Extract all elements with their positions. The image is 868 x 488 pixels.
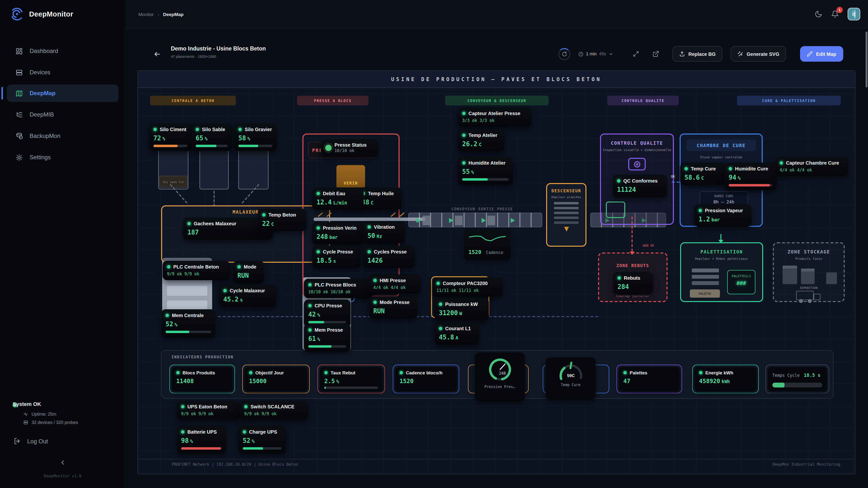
sensor-card-pression-vapeur[interactable]: Pression Vapeur 1.2bar (694, 205, 751, 227)
sensor-value: 26.2 (462, 140, 477, 148)
map-title: USINE DE PRODUCTION — PAVES ET BLOCS BET… (391, 76, 601, 82)
user-avatar[interactable]: it SECURE (847, 8, 860, 21)
breadcrumb-section[interactable]: Monitor (138, 11, 154, 17)
sensor-card-hmi-presse[interactable]: HMI Presse 4/4 ok 4/4 ok (369, 274, 421, 294)
sensor-card-capteur-atelier[interactable]: Capteur Atelier Presse 3/3 ok 3/3 ok (458, 107, 532, 127)
kpi-objectif-jour[interactable]: Objectif Jour 15000 (242, 365, 310, 393)
sensor-card-cycle-malaxeur[interactable]: Cycle Malaxeur 45.2s (219, 284, 276, 307)
sensor-value: 45.8 (439, 334, 454, 341)
back-button[interactable] (151, 48, 163, 60)
sensor-card-silo-sable[interactable]: Silo Sable 65% (191, 123, 232, 151)
kpi-palettes[interactable]: Palettes 47 (617, 365, 682, 393)
kpi-cadence[interactable]: Cadence blocs/h 1520 (393, 365, 459, 393)
belt-direction-icon (482, 218, 486, 223)
sensor-card-ups-eaton[interactable]: UPS Eaton Beton 9/9 ok 9/9 ok (177, 401, 240, 420)
map-title-bar: USINE DE PRODUCTION — PAVES ET BLOCS BET… (138, 71, 855, 88)
sensor-label: Mem Presse (315, 327, 343, 333)
replace-bg-button[interactable]: Replace BG (672, 46, 722, 62)
silo-shape (238, 149, 269, 189)
rebuts-caption: Comptage journalier (599, 294, 666, 298)
sensor-card-puissance[interactable]: Puissance kW 31200W (434, 298, 489, 321)
non-ok-connector (631, 217, 632, 251)
sensor-card-capteur-cure[interactable]: Capteur Chambre Cure 4/4 ok 4/4 ok (775, 157, 848, 176)
open-external-button[interactable] (652, 46, 659, 62)
sensor-card-mem-presse[interactable]: Mem Presse 61% (304, 324, 350, 352)
sidebar-item-settings[interactable]: Settings (7, 149, 119, 166)
sensor-label: Compteur PAC3200 (443, 281, 488, 286)
status-dot-icon (187, 222, 191, 225)
sensor-unit: C (271, 221, 274, 227)
refresh-button[interactable] (558, 48, 570, 60)
sensor-label: Debit Eau (323, 191, 345, 196)
sensor-status: 11/11 ok 11/11 ok (436, 288, 499, 293)
scrollbar-thumb[interactable] (866, 32, 868, 87)
uptime-text: Uptime: 25m (32, 412, 56, 417)
sidebar-item-deepmib[interactable]: DeepMIB (7, 106, 119, 123)
brand[interactable]: DeepMonitor (0, 0, 125, 28)
sensor-label: Charge UPS (249, 429, 277, 435)
sensor-card-plc-presse[interactable]: PLC Presse Blocs 10/10 ok 10/10 ok (304, 279, 373, 298)
kpi-taux-rebut[interactable]: Taux Rebut 2.5% (317, 365, 385, 393)
sensor-card-charge-ups[interactable]: Charge UPS 52% (238, 426, 286, 454)
sidebar-item-deepmap[interactable]: DeepMap (7, 85, 119, 102)
edit-map-button[interactable]: Edit Map (800, 46, 843, 62)
sensor-card-cpu-presse[interactable]: CPU Presse 42% (304, 300, 350, 327)
sensor-card-compteur[interactable]: Compteur PAC3200 11/11 ok 11/11 ok (432, 277, 503, 297)
cadence-sparkline-card[interactable]: 1520 Cadence (464, 229, 511, 260)
sensor-label: Switch SCALANCE (250, 404, 294, 409)
kpi-gauge-temp-cure[interactable]: 59C Temp Cure (546, 357, 596, 399)
kpi-temps-cycle[interactable]: Temps Cycle 18.5 s (766, 365, 829, 393)
sensor-card-temp-atelier[interactable]: Temp Atelier 26.2C (458, 129, 504, 152)
kpi-label: Taux Rebut (331, 370, 355, 375)
sensor-unit: % (162, 136, 165, 141)
sensor-card-mode[interactable]: Mode RUN (233, 261, 264, 283)
sidebar-collapse-button[interactable] (0, 459, 125, 466)
chevron-left-icon (59, 459, 66, 466)
sensor-card-humidite-atelier[interactable]: Humidite Atelier 55% (458, 157, 513, 185)
kpi-gauge-pression[interactable]: 248 Pression Pres… (475, 353, 525, 401)
kpi-blocs-produits[interactable]: Blocs Produits 11408 (169, 365, 235, 393)
deepmap-canvas[interactable]: USINE DE PRODUCTION — PAVES ET BLOCS BET… (137, 70, 856, 475)
sidebar-item-devices[interactable]: Devices (7, 64, 119, 81)
status-dot-icon (238, 265, 241, 269)
sensor-card-presse-status[interactable]: Presse Status 10/10 ok (321, 139, 378, 157)
pression-gauge: 248 (486, 356, 514, 384)
map-footer-divider (138, 459, 856, 459)
sensor-card-temp-huile[interactable]: Temp Huile 48C (357, 187, 402, 210)
sensor-card-pression-verin[interactable]: Pression Verin 248bar (312, 222, 364, 244)
sensor-card-cycle-presse[interactable]: Cycle Presse 18.5s (312, 246, 361, 268)
refresh-interval-select[interactable]: 1 min 49s (578, 46, 613, 62)
sensor-card-switch-scalance[interactable]: Switch SCALANCE 9/9 ok 9/9 ok (240, 401, 308, 420)
sensor-card-cycles-presse[interactable]: Cycles Presse 1426 (363, 246, 414, 268)
sensor-card-courant[interactable]: Courant L1 45.8A (434, 323, 479, 345)
sensor-card-mode-presse[interactable]: Mode Presse RUN (369, 296, 417, 318)
logout-button[interactable]: Log Out (13, 437, 48, 445)
sensor-card-humidite-cure[interactable]: Humidite Cure 94% (724, 163, 777, 190)
sensor-card-rebuts[interactable]: Rebuts 284 (613, 272, 653, 294)
sensor-card-temp-cure[interactable]: Temp Cure 58.6C (680, 163, 726, 185)
sensor-label: Mode (244, 264, 256, 270)
notifications-bell-icon[interactable]: 1 (831, 10, 839, 18)
sensor-card-mem-centrale[interactable]: Mem Centrale 52% (161, 309, 216, 337)
sensor-status: 3/3 ok 3/3 ok (462, 118, 527, 123)
sensor-card-qc-conformes[interactable]: QC Conformes 11124 (613, 175, 667, 197)
sensor-card-vibration[interactable]: Vibration 50Hz (363, 221, 405, 243)
fullscreen-button[interactable] (632, 46, 639, 62)
sensor-label: Silo Sable (202, 127, 225, 132)
generate-svg-button[interactable]: Generate SVG (731, 46, 786, 62)
sensor-card-plc-centrale[interactable]: PLC Centrale Beton 9/9 ok 9/9 ok (163, 261, 229, 280)
sidebar-item-backupmon[interactable]: BackupMon (7, 127, 119, 145)
status-dot-icon (223, 289, 227, 292)
sensor-card-temp-beton[interactable]: Temp Beton 22C (258, 209, 306, 231)
temps-cycle-slider[interactable] (772, 383, 823, 388)
app-version: DeepMonitor v1.0 (0, 474, 125, 478)
kpi-energie[interactable]: Energie kWh 458920kWh (692, 365, 759, 393)
dark-mode-toggle[interactable] (815, 10, 823, 18)
map-icon (16, 90, 23, 97)
sensor-card-silo-gravier[interactable]: Silo Gravier 58% (234, 123, 277, 151)
sidebar-item-dashboard[interactable]: Dashboard (7, 42, 119, 60)
sensor-card-batterie-ups[interactable]: Batterie UPS 98% (177, 426, 226, 454)
palette-shape: PALETTE (690, 289, 720, 298)
sensor-card-debit-eau[interactable]: Debit Eau 12.4L/min (312, 187, 364, 210)
sensor-card-silo-ciment[interactable]: Silo Ciment 72% (149, 123, 192, 151)
